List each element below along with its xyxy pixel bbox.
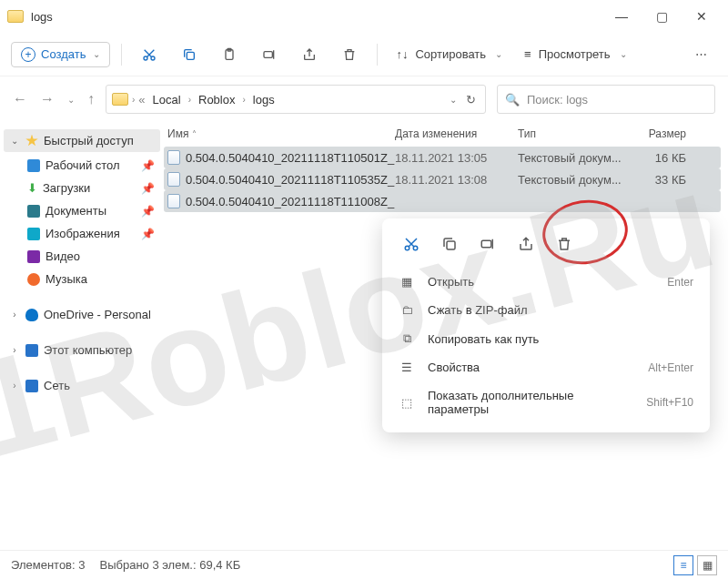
delete-icon[interactable]: [333, 40, 366, 69]
chevron-right-icon: ›: [9, 345, 20, 355]
pin-icon: 📌: [141, 182, 155, 195]
svg-rect-5: [264, 51, 272, 57]
chevron-down-icon: ⌄: [620, 49, 627, 59]
address-bar[interactable]: › « Local › Roblox › logs ⌄ ↻: [106, 85, 486, 114]
sidebar-onedrive[interactable]: ›OneDrive - Personal: [4, 303, 160, 326]
document-icon: [167, 150, 180, 165]
music-icon: [27, 273, 40, 286]
more-icon: ⬚: [399, 396, 415, 410]
file-row[interactable]: 0.504.0.5040410_20211118T111008Z_Pla...: [164, 190, 721, 212]
column-headers: Имя ˄ Дата изменения Тип Размер: [164, 122, 721, 147]
rename-icon[interactable]: [253, 40, 286, 69]
column-size[interactable]: Размер: [622, 127, 686, 140]
sidebar-music[interactable]: Музыка: [4, 268, 160, 290]
chevron-right-icon: ›: [9, 310, 20, 320]
back-button[interactable]: ←: [13, 91, 27, 107]
breadcrumb[interactable]: logs: [249, 91, 278, 108]
title-bar: logs — ▢ ✕: [0, 0, 728, 33]
context-zip[interactable]: 🗀Сжать в ZIP-файл: [382, 296, 710, 324]
context-open[interactable]: ▦ОткрытьEnter: [382, 268, 710, 296]
copy-icon[interactable]: [173, 40, 206, 69]
breadcrumb[interactable]: Roblox: [195, 91, 238, 108]
chevron-right-icon: ›: [188, 95, 191, 105]
chevron-right-icon: ›: [242, 95, 245, 105]
column-name[interactable]: Имя ˄: [167, 127, 395, 140]
view-icon: ≡: [524, 47, 531, 61]
file-row[interactable]: 0.504.0.5040410_20211118T110501Z_Studi..…: [164, 147, 721, 168]
chevron-right-icon: ›: [132, 95, 135, 105]
rename-icon[interactable]: [475, 231, 500, 257]
column-date[interactable]: Дата изменения: [395, 127, 518, 140]
breadcrumb[interactable]: Local: [149, 91, 185, 108]
sidebar-videos[interactable]: Видео: [4, 245, 160, 268]
search-input[interactable]: 🔍 Поиск: logs: [497, 85, 715, 114]
view-button[interactable]: ≡ Просмотреть ⌄: [517, 44, 634, 65]
sidebar-desktop[interactable]: Рабочий стол📌: [4, 154, 160, 177]
context-properties[interactable]: ☰СвойстваAlt+Enter: [382, 353, 710, 381]
paste-icon[interactable]: [213, 40, 246, 69]
context-menu: ▦ОткрытьEnter 🗀Сжать в ZIP-файл ⧉Копиров…: [382, 218, 710, 432]
sort-label: Сортировать: [415, 47, 486, 61]
folder-icon: [112, 93, 128, 106]
pin-icon: 📌: [141, 159, 155, 172]
nav-row: ← → ⌄ ↑ › « Local › Roblox › logs ⌄ ↻ 🔍 …: [0, 76, 728, 122]
chevron-down-icon[interactable]: ⌄: [450, 95, 457, 105]
pictures-icon: [27, 228, 40, 240]
chevron-down-icon: ⌄: [93, 49, 100, 59]
documents-icon: [27, 205, 40, 218]
file-row[interactable]: 0.504.0.5040410_20211118T110535Z_Studi..…: [164, 168, 721, 190]
sidebar-pictures[interactable]: Изображения📌: [4, 222, 160, 245]
pin-icon: 📌: [141, 228, 155, 240]
column-type[interactable]: Тип: [518, 127, 622, 140]
new-label: Создать: [41, 47, 86, 61]
maximize-button[interactable]: ▢: [642, 3, 681, 30]
context-copy-path[interactable]: ⧉Копировать как путь: [382, 324, 710, 353]
copy-icon[interactable]: [437, 231, 462, 257]
context-more-options[interactable]: ⬚Показать дополнительные параметрыShift+…: [382, 381, 710, 423]
more-icon[interactable]: ⋯: [684, 40, 717, 69]
plus-icon: +: [21, 47, 35, 62]
sidebar: ⌄ Быстрый доступ Рабочий стол📌 ⬇Загрузки…: [0, 122, 164, 568]
chevron-down-icon: ⌄: [9, 136, 20, 146]
view-label: Просмотреть: [539, 47, 611, 61]
videos-icon: [27, 250, 40, 263]
document-icon: [167, 194, 180, 208]
sidebar-this-pc[interactable]: ›Этот компьютер: [4, 339, 160, 361]
pin-icon: 📌: [141, 205, 155, 218]
separator: [121, 44, 122, 66]
nav-arrows: ← → ⌄ ↑: [13, 91, 95, 107]
sort-button[interactable]: ↑↓ Сортировать ⌄: [389, 44, 510, 65]
sidebar-documents[interactable]: Документы📌: [4, 199, 160, 222]
star-icon: [25, 135, 38, 147]
search-icon: 🔍: [505, 93, 520, 107]
up-button[interactable]: ↑: [87, 91, 95, 107]
network-icon: [25, 380, 38, 392]
cut-icon[interactable]: [399, 231, 424, 257]
forward-button[interactable]: →: [40, 91, 55, 107]
document-icon: [167, 172, 180, 187]
share-icon[interactable]: [513, 231, 539, 257]
sidebar-quick-access[interactable]: ⌄ Быстрый доступ: [4, 129, 160, 152]
share-icon[interactable]: [293, 40, 326, 69]
status-count: Элементов: 3: [11, 558, 85, 572]
sidebar-downloads[interactable]: ⬇Загрузки📌: [4, 177, 160, 199]
details-view-button[interactable]: ≡: [673, 555, 693, 575]
path-icon: ⧉: [399, 331, 415, 346]
recent-button[interactable]: ⌄: [67, 95, 75, 105]
desktop-icon: [27, 159, 40, 172]
svg-rect-2: [187, 52, 195, 59]
sidebar-network[interactable]: ›Сеть: [4, 374, 160, 397]
cut-icon[interactable]: [133, 40, 166, 69]
sort-icon: ↑↓: [396, 47, 408, 61]
status-bar: Элементов: 3 Выбрано 3 элем.: 69,4 КБ ≡ …: [0, 550, 728, 579]
minimize-button[interactable]: —: [602, 3, 641, 30]
window-controls: — ▢ ✕: [602, 3, 721, 30]
properties-icon: ☰: [399, 361, 415, 374]
new-button[interactable]: + Создать ⌄: [11, 42, 110, 67]
pc-icon: [25, 344, 38, 357]
close-button[interactable]: ✕: [682, 3, 721, 30]
refresh-icon[interactable]: ↻: [466, 93, 476, 107]
delete-icon[interactable]: [551, 231, 577, 257]
thumbnails-view-button[interactable]: ▦: [697, 555, 717, 575]
toolbar: + Создать ⌄ ↑↓ Сортировать ⌄ ≡ Просмотре…: [0, 33, 728, 76]
